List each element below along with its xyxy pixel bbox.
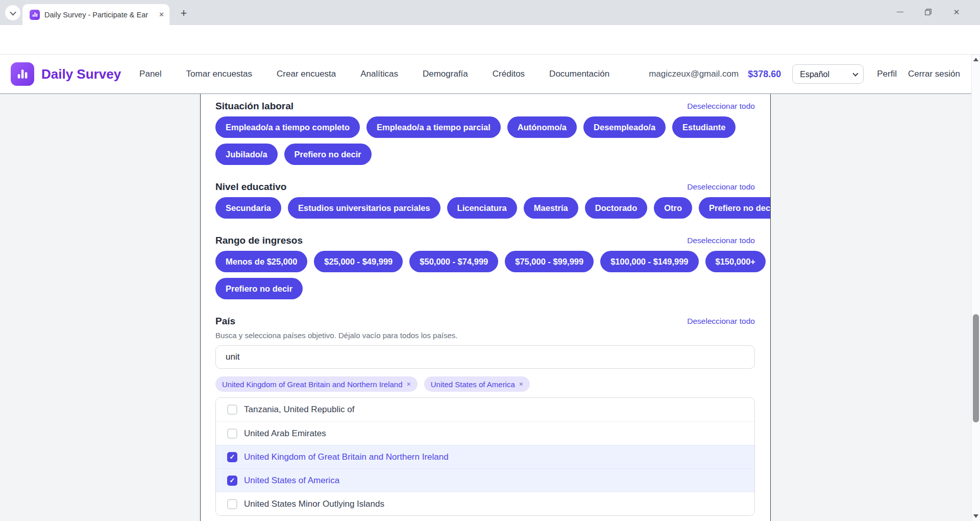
section-pais: País Deseleccionar todo Busca y seleccio… (215, 315, 755, 516)
browser-tab[interactable]: Daily Survey - Participate & Ear ✕ (22, 4, 169, 25)
nav-link[interactable]: Créditos (493, 69, 525, 79)
nav-link[interactable]: Analíticas (360, 69, 398, 79)
filter-pill[interactable]: Prefiero no decir (284, 144, 372, 165)
user-email: magiczeux@gmail.com (649, 69, 739, 79)
country-chip-label: United Kingdom of Great Britain and Nort… (222, 380, 403, 389)
pill-row: Prefiero no decir (215, 278, 755, 299)
country-options-list: Tanzania, United Republic of United Arab… (215, 397, 755, 516)
profile-link[interactable]: Perfil (877, 69, 897, 79)
window-close-button[interactable]: ✕ (945, 0, 968, 24)
nav-link[interactable]: Panel (139, 69, 161, 79)
window-close-icon: ✕ (953, 8, 960, 17)
country-option-label: United States of America (244, 476, 339, 486)
scrollbar-thumb[interactable] (973, 314, 979, 422)
country-helper-text: Busca y selecciona países objetivo. Déja… (215, 331, 755, 340)
deselect-all-link[interactable]: Deseleccionar todo (687, 236, 755, 245)
logout-link[interactable]: Cerrar sesión (908, 69, 960, 79)
filter-pill[interactable]: Doctorado (585, 197, 648, 219)
remove-chip-icon[interactable]: × (519, 380, 523, 388)
filter-pill[interactable]: Prefiero no decir (699, 197, 771, 219)
survey-create-form: Situación laboral Deseleccionar todo Emp… (200, 94, 771, 521)
filter-pill[interactable]: Otro (654, 197, 692, 219)
tab-search-button[interactable] (5, 5, 20, 20)
filter-pill[interactable]: Empleado/a a tiempo completo (215, 116, 360, 138)
filter-pill[interactable]: Autónomo/a (507, 116, 577, 138)
deselect-all-link[interactable]: Deseleccionar todo (687, 317, 755, 326)
country-option-label: United Kingdom of Great Britain and Nort… (244, 452, 449, 462)
nav-link[interactable]: Documentación (549, 69, 609, 79)
filter-pill[interactable]: Maestría (524, 197, 578, 219)
scroll-up-arrow-icon[interactable] (973, 58, 978, 61)
nav-link[interactable]: Demografía (423, 69, 468, 79)
filter-pill[interactable]: Estudiante (672, 116, 736, 138)
filter-pill[interactable]: $150,000+ (705, 251, 766, 272)
browser-toolbar: ← → ↻ dailysurveyapp.com/es/surveys/crea… (0, 25, 980, 55)
checkbox[interactable] (227, 405, 237, 415)
header-right: magiczeux@gmail.com $378.60 Español Perf… (649, 64, 960, 84)
deselect-all-link[interactable]: Deseleccionar todo (687, 182, 755, 192)
checkbox[interactable] (227, 452, 237, 462)
filter-pill[interactable]: Secundaria (215, 197, 281, 219)
section-title: Nivel educativo (215, 181, 286, 193)
filter-pill[interactable]: Jubilado/a (215, 144, 278, 165)
vertical-scrollbar[interactable] (971, 55, 980, 521)
main-nav: PanelTomar encuestasCrear encuestaAnalít… (139, 69, 609, 79)
section-rango-ingresos: Rango de ingresos Deseleccionar todo Men… (215, 234, 755, 299)
close-tab-icon[interactable]: ✕ (159, 11, 164, 18)
country-option-row[interactable]: United States Minor Outlying Islands (216, 492, 754, 515)
language-select-wrap: Español (792, 64, 864, 84)
selected-country-chips: United Kingdom of Great Britain and Nort… (215, 376, 755, 392)
section-situacion-laboral: Situación laboral Deseleccionar todo Emp… (215, 100, 755, 165)
scroll-down-arrow-icon[interactable] (973, 514, 978, 518)
checkbox[interactable] (227, 429, 237, 439)
filter-pill[interactable]: Prefiero no decir (215, 278, 303, 299)
chevron-down-icon (10, 9, 16, 15)
country-option-label: United States Minor Outlying Islands (244, 499, 384, 509)
nav-link[interactable]: Crear encuesta (277, 69, 336, 79)
window-minimize-button[interactable] (888, 0, 912, 24)
filter-pill[interactable]: $50,000 - $74,999 (409, 251, 498, 272)
filter-pill[interactable]: Licenciatura (447, 197, 517, 219)
section-title: Situación laboral (215, 101, 293, 112)
window-restore-button[interactable] (916, 0, 940, 24)
country-search-input[interactable] (215, 345, 755, 369)
filter-pill[interactable]: $75,000 - $99,999 (505, 251, 594, 272)
country-chip-label: United States of America (431, 380, 515, 389)
balance-amount: $378.60 (748, 69, 781, 80)
minimize-icon (897, 12, 903, 12)
country-option-row[interactable]: Tanzania, United Republic of (216, 398, 754, 421)
filter-pill[interactable]: $25,000 - $49,999 (314, 251, 403, 272)
country-option-label: Tanzania, United Republic of (244, 405, 354, 415)
filter-pill[interactable]: Desempleado/a (583, 116, 666, 138)
new-tab-button[interactable]: + (177, 6, 191, 20)
pill-row: Menos de $25,000$25,000 - $49,999$50,000… (215, 251, 755, 272)
app-logo-icon[interactable] (11, 62, 34, 86)
pill-row: Empleado/a a tiempo completoEmpleado/a a… (215, 116, 755, 138)
section-nivel-educativo: Nivel educativo Deseleccionar todo Secun… (215, 181, 755, 219)
section-title: País (215, 316, 235, 327)
restore-icon (925, 9, 932, 15)
checkbox[interactable] (227, 476, 237, 486)
language-select[interactable]: Español (792, 64, 864, 84)
app-header: Daily Survey PanelTomar encuestasCrear e… (0, 55, 980, 94)
pill-row: Jubilado/aPrefiero no decir (215, 144, 755, 165)
country-chip[interactable]: United Kingdom of Great Britain and Nort… (215, 376, 418, 392)
filter-pill[interactable]: Estudios universitarios parciales (288, 197, 440, 219)
remove-chip-icon[interactable]: × (407, 380, 411, 388)
deselect-all-link[interactable]: Deseleccionar todo (687, 102, 755, 111)
country-option-row[interactable]: United States of America (216, 468, 754, 492)
filter-pill[interactable]: Menos de $25,000 (215, 251, 307, 272)
filter-pill[interactable]: Empleado/a a tiempo parcial (366, 116, 501, 138)
brand-name[interactable]: Daily Survey (41, 66, 121, 82)
pill-row: SecundariaEstudios universitarios parcia… (215, 197, 755, 219)
checkbox[interactable] (227, 499, 237, 509)
page-background: Situación laboral Deseleccionar todo Emp… (0, 94, 980, 521)
country-option-row[interactable]: United Arab Emirates (216, 421, 754, 445)
nav-link[interactable]: Tomar encuestas (186, 69, 252, 79)
tab-title: Daily Survey - Participate & Ear (44, 11, 155, 19)
country-option-row[interactable]: United Kingdom of Great Britain and Nort… (216, 445, 754, 468)
filter-pill[interactable]: $100,000 - $149,999 (600, 251, 698, 272)
section-title: Rango de ingresos (215, 235, 303, 246)
browser-tab-strip: Daily Survey - Participate & Ear ✕ + ✕ (0, 0, 980, 25)
country-chip[interactable]: United States of America × (424, 376, 530, 392)
